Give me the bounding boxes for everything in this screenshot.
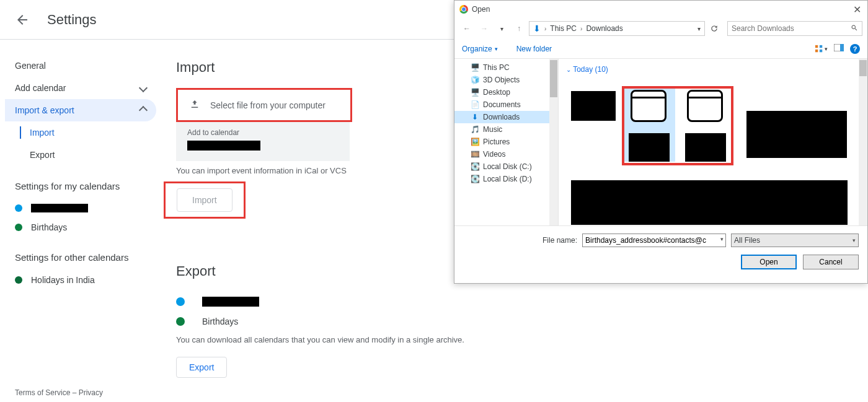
filetype-select[interactable]: All Files ▾	[731, 234, 859, 247]
nav-forward-icon[interactable]: →	[477, 21, 492, 36]
nav-recent-dropdown[interactable]: ▾	[494, 21, 509, 36]
cancel-button[interactable]: Cancel	[803, 255, 859, 269]
export-note: You can download all calendars that you …	[176, 335, 523, 344]
videos-icon: 🎞️	[471, 150, 479, 159]
cal-item-birthdays[interactable]: Birthdays	[5, 217, 156, 237]
breadcrumb[interactable]: ⬇ › This PC › Downloads ▾	[529, 21, 705, 36]
export-cal-birthdays: Birthdays	[176, 312, 523, 331]
help-icon[interactable]: ?	[850, 44, 860, 54]
sidebar-item-label: General	[15, 61, 46, 71]
refresh-icon[interactable]	[707, 22, 721, 35]
tree-downloads[interactable]: ⬇Downloads	[454, 111, 558, 123]
desktop-icon: 🖥️	[471, 88, 479, 97]
file-group-today[interactable]: ⌄ Today (10)	[566, 65, 860, 74]
svg-rect-3	[820, 49, 822, 51]
tree-videos[interactable]: 🎞️Videos	[454, 148, 558, 160]
nav-back-icon[interactable]: ←	[459, 21, 474, 36]
calendar-color-dot	[15, 224, 22, 231]
page-title: Settings	[47, 12, 97, 28]
sidebar-item-label: Import	[30, 128, 55, 138]
filename-input[interactable]	[582, 234, 726, 247]
view-mode-button[interactable]: ▾	[815, 45, 828, 53]
search-box[interactable]	[727, 21, 862, 36]
dropdown-icon[interactable]: ▾	[720, 236, 724, 242]
download-arrow-icon: ⬇	[533, 24, 541, 33]
file-item[interactable]	[571, 91, 616, 121]
svg-rect-5	[840, 44, 844, 51]
files-scrollbar[interactable]	[859, 59, 867, 225]
terms-link[interactable]: Terms of Service	[15, 388, 70, 397]
file-item[interactable]	[571, 180, 848, 225]
privacy-link[interactable]: Privacy	[79, 388, 103, 397]
export-button[interactable]: Export	[176, 357, 227, 378]
annotation-highlight	[622, 86, 733, 165]
sidebar-item-general[interactable]: General	[5, 55, 156, 77]
disk-icon: 💽	[471, 162, 479, 171]
sidebar-item-add-calendar[interactable]: Add calendar	[5, 77, 156, 99]
select-file-label: Select file from your computer	[210, 100, 326, 110]
sidebar-item-label: Import & export	[15, 105, 74, 115]
breadcrumb-dropdown-icon[interactable]: ▾	[698, 25, 701, 32]
dialog-title: Open	[472, 5, 490, 14]
annotation-highlight: Import	[164, 181, 246, 219]
add-to-calendar-select[interactable]: Add to calendar	[176, 122, 350, 161]
pictures-icon: 🖼️	[471, 138, 479, 146]
tree-documents[interactable]: 📄Documents	[454, 98, 558, 111]
downloads-icon: ⬇	[471, 113, 479, 121]
close-button[interactable]: ✕	[851, 4, 862, 15]
svg-rect-2	[820, 45, 822, 47]
breadcrumb-downloads[interactable]: Downloads	[586, 24, 622, 33]
calendar-color-dot	[15, 204, 22, 212]
file-list: ⌄ Today (10)	[559, 59, 867, 225]
add-to-calendar-label: Add to calendar	[187, 128, 339, 137]
tree-scrollbar[interactable]	[549, 59, 558, 225]
open-button[interactable]: Open	[741, 255, 797, 269]
tree-3d-objects[interactable]: 🧊3D Objects	[454, 74, 558, 86]
redacted-text	[31, 204, 88, 212]
import-button[interactable]: Import	[177, 188, 232, 212]
calendar-color-dot	[176, 317, 185, 326]
svg-rect-1	[815, 49, 818, 51]
footer: Terms of Service – Privacy	[15, 388, 103, 397]
file-item[interactable]	[746, 111, 847, 158]
dropdown-icon: ▾	[852, 237, 856, 243]
cal-item-holidays[interactable]: Holidays in India	[5, 270, 156, 290]
calendar-label: Birthdays	[202, 317, 238, 326]
back-icon[interactable]	[15, 12, 30, 27]
sidebar: General Add calendar Import & export Imp…	[0, 40, 161, 378]
tree-disk-d[interactable]: 💽Local Disk (D:)	[454, 173, 558, 185]
disk-icon: 💽	[471, 175, 479, 183]
tree-desktop[interactable]: 🖥️Desktop	[454, 86, 558, 98]
tree-music[interactable]: 🎵Music	[454, 123, 558, 136]
other-calendars-heading: Settings for other calendars	[5, 237, 156, 270]
sidebar-sub-import[interactable]: Import	[5, 121, 156, 144]
tree-this-pc[interactable]: 🖥️This PC	[454, 61, 558, 74]
folder-tree: 🖥️This PC 🧊3D Objects 🖥️Desktop 📄Documen…	[454, 59, 559, 225]
filetype-label: All Files	[734, 236, 760, 245]
calendar-color-dot	[15, 276, 22, 284]
breadcrumb-this-pc[interactable]: This PC	[550, 24, 577, 33]
search-input[interactable]	[732, 24, 851, 33]
new-folder-button[interactable]: New folder	[516, 45, 552, 53]
calendar-label: Holidays in India	[31, 275, 95, 285]
search-icon	[851, 24, 858, 33]
3d-icon: 🧊	[471, 76, 479, 84]
calendar-label: Birthdays	[31, 222, 67, 232]
my-calendars-heading: Settings for my calendars	[5, 166, 156, 199]
preview-pane-button[interactable]	[834, 44, 844, 53]
export-cal-own	[176, 292, 523, 312]
tree-pictures[interactable]: 🖼️Pictures	[454, 136, 558, 148]
sidebar-item-import-export[interactable]: Import & export	[5, 99, 156, 121]
sidebar-sub-export[interactable]: Export	[5, 144, 156, 166]
chrome-icon	[459, 5, 468, 14]
organize-button[interactable]: Organize ▾	[462, 45, 498, 53]
documents-icon: 📄	[471, 100, 479, 109]
tree-disk-c[interactable]: 💽Local Disk (C:)	[454, 160, 558, 173]
calendar-color-dot	[176, 297, 185, 306]
sidebar-item-label: Add calendar	[15, 83, 66, 93]
redacted-text	[187, 141, 260, 151]
select-file-button[interactable]: Select file from your computer	[178, 90, 350, 120]
cal-item-own[interactable]	[5, 199, 156, 217]
nav-up-icon[interactable]: ↑	[512, 21, 526, 36]
annotation-highlight: Select file from your computer	[176, 88, 352, 122]
